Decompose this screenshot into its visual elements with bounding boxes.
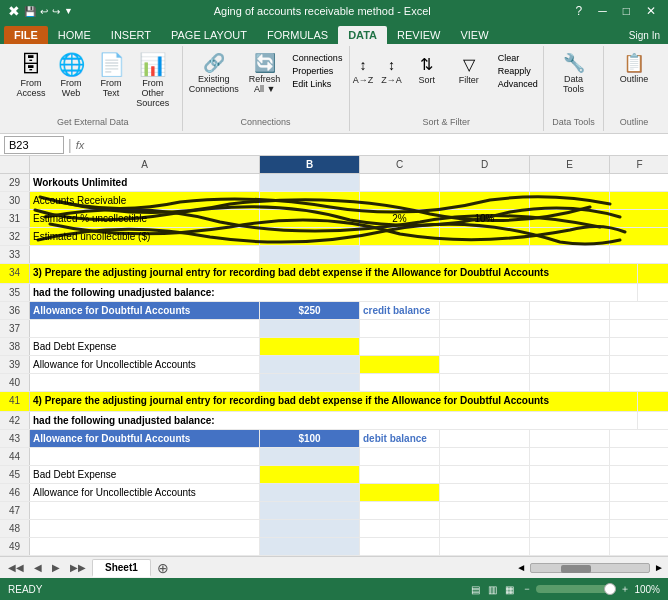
cell-reference-box[interactable] bbox=[4, 136, 64, 154]
cell-e48[interactable] bbox=[530, 520, 610, 537]
cell-f44[interactable] bbox=[610, 448, 668, 465]
quick-access-more[interactable]: ▼ bbox=[64, 6, 73, 16]
scroll-track[interactable] bbox=[530, 563, 650, 573]
cell-a47[interactable] bbox=[30, 502, 260, 519]
sheet-nav-prev[interactable]: ◀◀ bbox=[4, 562, 28, 573]
minimize-button[interactable]: ─ bbox=[594, 4, 611, 18]
cell-b43[interactable]: $100 bbox=[260, 430, 360, 447]
tab-formulas[interactable]: FORMULAS bbox=[257, 26, 338, 44]
cell-d45[interactable] bbox=[440, 466, 530, 483]
cell-b45[interactable] bbox=[260, 466, 360, 483]
cell-e33[interactable] bbox=[530, 246, 610, 263]
cell-f33[interactable] bbox=[610, 246, 668, 263]
quick-access-redo[interactable]: ↪ bbox=[52, 6, 60, 17]
cell-a33[interactable] bbox=[30, 246, 260, 263]
cell-f30[interactable] bbox=[610, 192, 668, 209]
cell-f45[interactable] bbox=[610, 466, 668, 483]
cell-a43[interactable]: Allowance for Doubtful Accounts bbox=[30, 430, 260, 447]
cell-e32[interactable] bbox=[530, 228, 610, 245]
cell-b38[interactable] bbox=[260, 338, 360, 355]
cell-d46[interactable] bbox=[440, 484, 530, 501]
cell-f39[interactable] bbox=[610, 356, 668, 373]
from-web-button[interactable]: 🌐 FromWeb bbox=[52, 52, 90, 100]
sheet-tab-sheet1[interactable]: Sheet1 bbox=[92, 559, 151, 577]
tab-home[interactable]: HOME bbox=[48, 26, 101, 44]
scroll-right-button[interactable]: ► bbox=[654, 562, 664, 573]
cell-e45[interactable] bbox=[530, 466, 610, 483]
scroll-left-button[interactable]: ◄ bbox=[516, 562, 526, 573]
from-access-button[interactable]: 🗄 FromAccess bbox=[12, 52, 50, 100]
view-layout-icon[interactable]: ▥ bbox=[488, 584, 497, 595]
cell-c47[interactable] bbox=[360, 502, 440, 519]
cell-d38[interactable] bbox=[440, 338, 530, 355]
cell-c38[interactable] bbox=[360, 338, 440, 355]
properties-button[interactable]: Properties bbox=[288, 65, 346, 77]
cell-b46[interactable] bbox=[260, 484, 360, 501]
sign-in[interactable]: Sign In bbox=[621, 27, 668, 44]
cell-d29[interactable] bbox=[440, 174, 530, 191]
connections-small-button[interactable]: Connections bbox=[288, 52, 346, 64]
cell-b39[interactable] bbox=[260, 356, 360, 373]
cell-a40[interactable] bbox=[30, 374, 260, 391]
cell-f46[interactable] bbox=[610, 484, 668, 501]
cell-d47[interactable] bbox=[440, 502, 530, 519]
cell-b29[interactable] bbox=[260, 174, 360, 191]
cell-a48[interactable] bbox=[30, 520, 260, 537]
cell-e37[interactable] bbox=[530, 320, 610, 337]
cell-a37[interactable] bbox=[30, 320, 260, 337]
cell-c46[interactable] bbox=[360, 484, 440, 501]
outline-button[interactable]: 📋 Outline bbox=[615, 52, 653, 86]
clear-button[interactable]: Clear bbox=[494, 52, 542, 64]
cell-c40[interactable] bbox=[360, 374, 440, 391]
cell-a34[interactable]: 3) Prepare the adjusting journal entry f… bbox=[30, 264, 638, 283]
file-tab[interactable]: FILE bbox=[4, 26, 48, 44]
cell-b31[interactable] bbox=[260, 210, 360, 227]
cell-f36[interactable] bbox=[610, 302, 668, 319]
cell-a36[interactable]: Allowance for Doubtful Accounts bbox=[30, 302, 260, 319]
refresh-all-button[interactable]: 🔄 RefreshAll ▼ bbox=[245, 52, 285, 96]
cell-a41[interactable]: 4) Prepare the adjusting journal entry f… bbox=[30, 392, 638, 411]
cell-b49[interactable] bbox=[260, 538, 360, 555]
cell-a42[interactable]: had the following unadjusted balance: bbox=[30, 412, 638, 429]
cell-b36[interactable]: $250 bbox=[260, 302, 360, 319]
cell-d39[interactable] bbox=[440, 356, 530, 373]
cell-c31[interactable]: 2% bbox=[360, 210, 440, 227]
cell-a35[interactable]: had the following unadjusted balance: bbox=[30, 284, 638, 301]
sheet-nav-back[interactable]: ◀ bbox=[30, 562, 46, 573]
cell-d48[interactable] bbox=[440, 520, 530, 537]
cell-b37[interactable] bbox=[260, 320, 360, 337]
cell-e49[interactable] bbox=[530, 538, 610, 555]
cell-f31[interactable] bbox=[610, 210, 668, 227]
cell-a32[interactable]: Estimated uncollectible ($) bbox=[30, 228, 260, 245]
view-normal-icon[interactable]: ▤ bbox=[471, 584, 480, 595]
quick-access-undo[interactable]: ↩ bbox=[40, 6, 48, 17]
reapply-button[interactable]: Reapply bbox=[494, 65, 542, 77]
col-header-b[interactable]: B bbox=[260, 156, 360, 173]
from-other-button[interactable]: 📊 From OtherSources bbox=[132, 52, 174, 110]
maximize-button[interactable]: □ bbox=[619, 4, 634, 18]
from-text-button[interactable]: 📄 FromText bbox=[92, 52, 130, 100]
tab-insert[interactable]: INSERT bbox=[101, 26, 161, 44]
cell-a31[interactable]: Estimated % uncollectible bbox=[30, 210, 260, 227]
sort-za-button[interactable]: ↕ Z→A bbox=[379, 56, 404, 86]
cell-c32[interactable] bbox=[360, 228, 440, 245]
cell-d43[interactable] bbox=[440, 430, 530, 447]
cell-c39[interactable] bbox=[360, 356, 440, 373]
sort-az-button[interactable]: ↕ A→Z bbox=[351, 56, 376, 86]
cell-c44[interactable] bbox=[360, 448, 440, 465]
cell-d30[interactable] bbox=[440, 192, 530, 209]
cell-f49[interactable] bbox=[610, 538, 668, 555]
cell-c45[interactable] bbox=[360, 466, 440, 483]
cell-d44[interactable] bbox=[440, 448, 530, 465]
cell-d33[interactable] bbox=[440, 246, 530, 263]
cell-a49[interactable] bbox=[30, 538, 260, 555]
zoom-slider[interactable] bbox=[536, 585, 616, 593]
cell-d31[interactable]: 10% bbox=[440, 210, 530, 227]
cell-e47[interactable] bbox=[530, 502, 610, 519]
filter-button[interactable]: ▽ Filter bbox=[450, 55, 488, 87]
cell-f37[interactable] bbox=[610, 320, 668, 337]
existing-connections-button[interactable]: 🔗 ExistingConnections bbox=[185, 52, 243, 96]
cell-c49[interactable] bbox=[360, 538, 440, 555]
zoom-in-button[interactable]: ＋ bbox=[620, 582, 630, 596]
cell-c29[interactable] bbox=[360, 174, 440, 191]
